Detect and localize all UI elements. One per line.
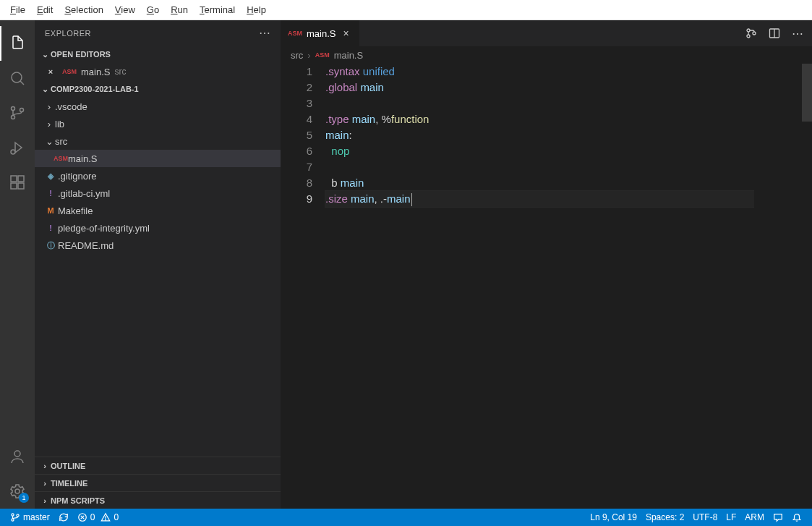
activity-settings[interactable]: 1	[0, 474, 35, 509]
file-main.S[interactable]: ASMmain.S	[35, 150, 281, 167]
editor-body[interactable]: 123456789 .syntax unified.global main.ty…	[281, 64, 812, 509]
file-pledge-of-integrity.yml[interactable]: !pledge-of-integrity.yml	[35, 219, 281, 237]
breadcrumb-file[interactable]: main.S	[334, 50, 363, 61]
folder-lib[interactable]: ›lib	[35, 115, 281, 132]
svg-point-4	[11, 150, 15, 154]
code-line[interactable]: .syntax unified	[325, 64, 812, 80]
menu-run[interactable]: Run	[165, 2, 194, 17]
bell-icon	[792, 512, 802, 522]
line-number: 6	[281, 143, 312, 159]
breadcrumbs[interactable]: src › ASM main.S	[281, 46, 812, 64]
chevron-right-icon: ›	[39, 462, 51, 470]
section-npm-scripts[interactable]: ›NPM SCRIPTS	[35, 491, 281, 509]
feedback-icon	[773, 512, 783, 522]
open-editor-item[interactable]: ×ASMmain.Ssrc	[35, 63, 281, 80]
svg-point-21	[106, 519, 106, 520]
minimap-slider[interactable]	[802, 64, 812, 122]
activity-scm[interactable]	[0, 96, 35, 130]
chevron-down-icon: ⌄	[39, 85, 51, 94]
close-icon[interactable]: ×	[43, 67, 58, 76]
status-bell[interactable]	[787, 509, 806, 526]
error-count: 0	[90, 512, 95, 522]
sync-icon	[59, 512, 69, 522]
branch-name: master	[23, 512, 50, 522]
svg-rect-6	[18, 176, 24, 182]
sidebar-title: EXPLORER	[45, 29, 91, 38]
status-feedback[interactable]	[769, 509, 787, 526]
section-outline[interactable]: ›OUTLINE	[35, 457, 281, 474]
status-problems[interactable]: 0 0	[73, 509, 123, 526]
activity-debug[interactable]	[0, 130, 35, 165]
menu-terminal[interactable]: Terminal	[194, 2, 241, 17]
sidebar-more-icon[interactable]: ⋯	[259, 26, 271, 40]
menu-help[interactable]: Help	[241, 2, 272, 17]
activity-explorer[interactable]	[0, 26, 35, 61]
code-line[interactable]: main:	[325, 127, 812, 143]
menu-go[interactable]: Go	[141, 2, 165, 17]
file-tree: ›.vscode›lib⌄srcASMmain.S◈.gitignore!.gi…	[35, 98, 281, 254]
section-timeline[interactable]: ›TIMELINE	[35, 474, 281, 491]
section-open-editors[interactable]: ⌄ OPEN EDITORS	[35, 46, 281, 63]
make-icon: M	[43, 206, 58, 215]
chevron-right-icon: ›	[307, 50, 310, 61]
status-branch[interactable]: master	[6, 509, 54, 526]
menu-file[interactable]: File	[4, 2, 31, 17]
folder-src[interactable]: ⌄src	[35, 132, 281, 150]
file-Makefile[interactable]: MMakefile	[35, 202, 281, 219]
compare-changes-icon[interactable]	[745, 27, 757, 39]
svg-point-3	[20, 109, 24, 112]
line-number: 8	[281, 175, 312, 191]
svg-point-18	[17, 514, 19, 517]
editor-more-icon[interactable]: ⋯	[792, 27, 803, 41]
tabs-actions: ⋯	[737, 20, 812, 46]
line-number: 3	[281, 96, 312, 111]
activity-extensions[interactable]	[0, 165, 35, 200]
line-numbers: 123456789	[281, 64, 325, 509]
file-.gitlab-ci.yml[interactable]: !.gitlab-ci.yml	[35, 184, 281, 202]
sidebar-title-row: EXPLORER ⋯	[35, 20, 281, 46]
files-icon	[9, 35, 26, 52]
svg-point-13	[753, 32, 756, 35]
status-sync[interactable]	[54, 509, 73, 526]
breadcrumb-folder[interactable]: src	[291, 50, 303, 61]
status-lncol[interactable]: Ln 9, Col 19	[586, 509, 641, 526]
menu-edit[interactable]: Edit	[31, 2, 59, 17]
tab-main-s[interactable]: ASM main.S ×	[281, 20, 360, 46]
asm-icon: ASM	[62, 68, 77, 75]
activity-accounts[interactable]	[0, 439, 35, 474]
file-README.md[interactable]: ⓘREADME.md	[35, 237, 281, 254]
code-line[interactable]: b main	[325, 175, 812, 191]
minimap[interactable]	[754, 64, 812, 509]
split-editor-icon[interactable]	[769, 27, 780, 39]
chevron-right-icon: ›	[39, 479, 51, 488]
section-project[interactable]: ⌄ COMP2300-2021-LAB-1	[35, 80, 281, 98]
status-spaces[interactable]: Spaces: 2	[641, 509, 688, 526]
open-editors-label: OPEN EDITORS	[51, 50, 111, 59]
code-line[interactable]	[325, 159, 812, 175]
menu-selection[interactable]: Selection	[59, 2, 108, 17]
file-.gitignore[interactable]: ◈.gitignore	[35, 167, 281, 184]
menu-view[interactable]: View	[109, 2, 141, 17]
code-line[interactable]: .global main	[325, 80, 812, 96]
code-line[interactable]: .type main, %function	[325, 111, 812, 127]
warning-icon	[101, 512, 111, 522]
asm-icon: ASM	[315, 51, 330, 59]
menubar: FileEditSelectionViewGoRunTerminalHelp	[0, 0, 812, 20]
svg-point-11	[747, 29, 750, 32]
code-line[interactable]: .size main, .-main	[325, 191, 812, 207]
svg-point-17	[12, 519, 14, 521]
asm-icon: ASM	[288, 30, 302, 37]
code-line[interactable]	[325, 96, 812, 111]
line-number: 1	[281, 64, 312, 80]
folder-.vscode[interactable]: ›.vscode	[35, 98, 281, 115]
status-eol[interactable]: LF	[722, 509, 740, 526]
status-lang[interactable]: ARM	[740, 509, 769, 526]
status-encoding[interactable]: UTF-8	[688, 509, 722, 526]
tab-close-icon[interactable]: ×	[340, 26, 351, 41]
code-area[interactable]: .syntax unified.global main.type main, %…	[325, 64, 812, 509]
code-line[interactable]: nop	[325, 143, 812, 159]
yml-icon: !	[43, 189, 58, 198]
search-icon	[9, 69, 26, 87]
activity-search[interactable]	[0, 61, 35, 96]
svg-point-9	[14, 451, 20, 457]
